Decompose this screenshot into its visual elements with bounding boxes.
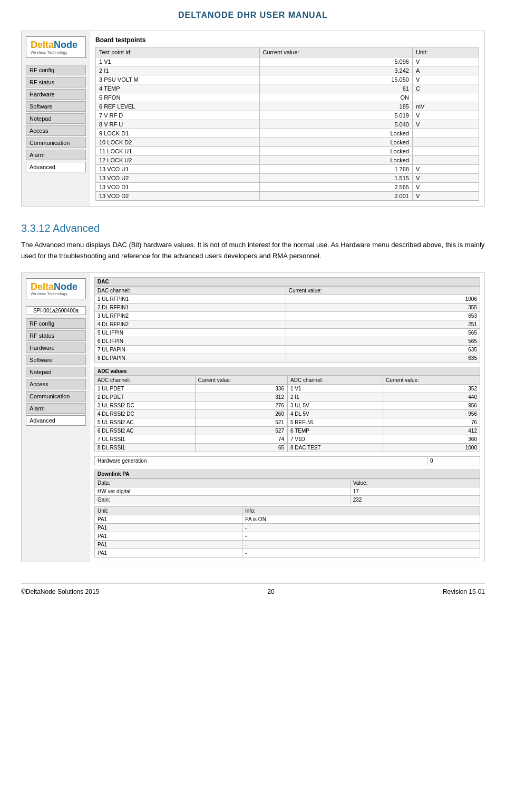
sidebar-access-1[interactable]: Access [26, 125, 86, 136]
dac-cell: 3 UL RFPIN2 [95, 311, 286, 320]
dl-pa-cell2: - [242, 540, 480, 549]
table-cell: Locked [259, 156, 412, 165]
table-cell: 3 PSU VOLT M [96, 75, 260, 84]
sidebar-hardware-1[interactable]: Hardware [26, 89, 86, 100]
col-header-unit: Unit: [412, 47, 479, 57]
sidebar-alarm-1[interactable]: Alarm [26, 150, 86, 160]
logo-sub-1: Wireless Technology [31, 51, 67, 54]
table-cell: 13 VCO U2 [96, 174, 260, 183]
table-cell: V [412, 57, 479, 66]
sidebar-rf-config-2[interactable]: RF config [26, 318, 86, 329]
table-row: 2 I13.242A [96, 66, 479, 75]
dl-pa-cell: 17 [350, 487, 480, 495]
adc-right-row: 4 DL 5V956 [288, 409, 480, 418]
logo-node: Node [54, 40, 77, 50]
adc-left-row: 4 DL RSSI2 DC260 [95, 409, 287, 418]
logo-box-2: DeltaNode Wireless Technology [26, 278, 86, 300]
logo-area-1: DeltaNode Wireless Technology [26, 36, 86, 58]
table-cell: 1 V1 [96, 57, 260, 66]
table-cell: Locked [259, 138, 412, 147]
adc-right-col-channel: ADC channel: [288, 376, 383, 384]
hw-gen-label: Hardware generation [95, 456, 427, 465]
sidebar-communication-2[interactable]: Communication [26, 391, 86, 402]
adc-right-cell: 4 DL 5V [288, 409, 383, 418]
table-cell: V [412, 174, 479, 183]
logo-brand-2: DeltaNode [31, 282, 77, 292]
dac-row: 1 UL RFPIN11006 [95, 295, 480, 303]
board-testpoints-title: Board testpoints [95, 36, 479, 44]
logo-node-2: Node [54, 281, 77, 292]
screenshot1-main: Board testpoints Test point id: Current … [90, 31, 484, 206]
sidebar-notepad-1[interactable]: Notepad [26, 113, 86, 124]
adc-right-cell: 5 REFLVL [288, 418, 383, 426]
adc-left: ADC channel: Current value: 1 UL PDET336… [94, 376, 287, 452]
table-row: 5 RFONON [96, 93, 479, 102]
table-cell: V [412, 111, 479, 120]
dl-pa-cell: Gain: [95, 495, 351, 504]
adc-right-cell: 412 [383, 426, 480, 435]
table-row: 8 V RF U5.040V [96, 120, 479, 129]
table-row: 11 LOCK U1Locked [96, 147, 479, 156]
table-cell: 10 LOCK D2 [96, 138, 260, 147]
table-row: 13 VCO D22.001V [96, 192, 479, 201]
adc-left-cell: 5 UL RSSI2 AC [95, 418, 196, 426]
sidebar-rf-status-1[interactable]: RF status [26, 77, 86, 87]
adc-right-row: 7 V1D360 [288, 435, 480, 443]
adc-left-cell: 276 [195, 401, 287, 409]
table-cell: 1.768 [259, 165, 412, 174]
logo-brand-1: DeltaNode [31, 40, 77, 51]
logo-delta-2: Delta [31, 281, 54, 292]
sidebar-rf-status-2[interactable]: RF status [26, 330, 86, 341]
adc-right-cell: 1 V1 [288, 384, 383, 393]
sidebar-hardware-2[interactable]: Hardware [26, 343, 86, 353]
table-cell: 8 V RF U [96, 120, 260, 129]
sidebar-advanced-2[interactable]: Advanced [26, 415, 86, 426]
sidebar-alarm-2[interactable]: Alarm [26, 403, 86, 414]
dac-cell: 635 [286, 345, 480, 354]
adc-right-cell: 1000 [383, 443, 480, 452]
adc-left-row: 6 DL RSSI2 AC527 [95, 426, 287, 435]
table-row: 13 VCO U11.768V [96, 165, 479, 174]
sidebar-notepad-2[interactable]: Notepad [26, 367, 86, 377]
dac-cell: 653 [286, 311, 480, 320]
adc-right-cell: 956 [383, 409, 480, 418]
sidebar-software-1[interactable]: Software [26, 101, 86, 112]
dac-cell: 251 [286, 320, 480, 328]
dac-cell: 635 [286, 354, 480, 362]
table-row: 13 VCO D12.565V [96, 183, 479, 192]
dac-row: 4 DL RFPIN2251 [95, 320, 480, 328]
table-cell: V [412, 183, 479, 192]
adc-right-table: ADC channel: Current value: 1 V13522 I14… [287, 376, 480, 452]
dl-pa-section: Downlink PA Data: Value: HW ver digital:… [94, 469, 480, 557]
sidebar-advanced-1[interactable]: Advanced [26, 162, 86, 172]
section-heading-advanced: 3.3.12 Advanced [21, 222, 485, 234]
table-row: 7 V RF D5.019V [96, 111, 479, 120]
sidebar-software-2[interactable]: Software [26, 355, 86, 365]
sidebar-access-2[interactable]: Access [26, 379, 86, 389]
adc-left-cell: 3 UL RSSI2 DC [95, 401, 196, 409]
col-header-testpoint: Test point id: [96, 47, 260, 57]
dac-section: DAC DAC channel: Current value: 1 UL RFP… [94, 277, 480, 363]
sidebar-rf-config-1[interactable]: RF config [26, 65, 86, 75]
dac-col-channel: DAC channel: [95, 286, 286, 295]
adc-left-cell: 521 [195, 418, 287, 426]
table-cell: C [412, 84, 479, 93]
table-cell: V [412, 75, 479, 84]
sidebar-communication-1[interactable]: Communication [26, 138, 86, 148]
dl-pa-cell: HW ver digital: [95, 487, 351, 495]
hw-gen-row: Hardware generation 0 [95, 456, 480, 465]
dl-pa-row: HW ver digital:17 [95, 487, 480, 495]
table-cell [412, 129, 479, 138]
page-footer: ©DeltaNode Solutions 2015 20 Revision 15… [21, 583, 485, 595]
adc-left-row: 5 UL RSSI2 AC521 [95, 418, 287, 426]
dl-pa-row2: PA1PA is ON [95, 515, 480, 523]
table-cell: ON [259, 93, 412, 102]
adc-left-cell: 74 [195, 435, 287, 443]
hw-gen-value: 0 [427, 456, 480, 465]
adc-right-row: 2 I1440 [288, 393, 480, 401]
dac-cell: 1 UL RFPIN1 [95, 295, 286, 303]
board-testpoints-table: Test point id: Current value: Unit: 1 V1… [95, 47, 479, 201]
adc-left-cell: 260 [195, 409, 287, 418]
dl-pa-title: Downlink PA [94, 469, 480, 478]
table-cell: 13 VCO D2 [96, 192, 260, 201]
